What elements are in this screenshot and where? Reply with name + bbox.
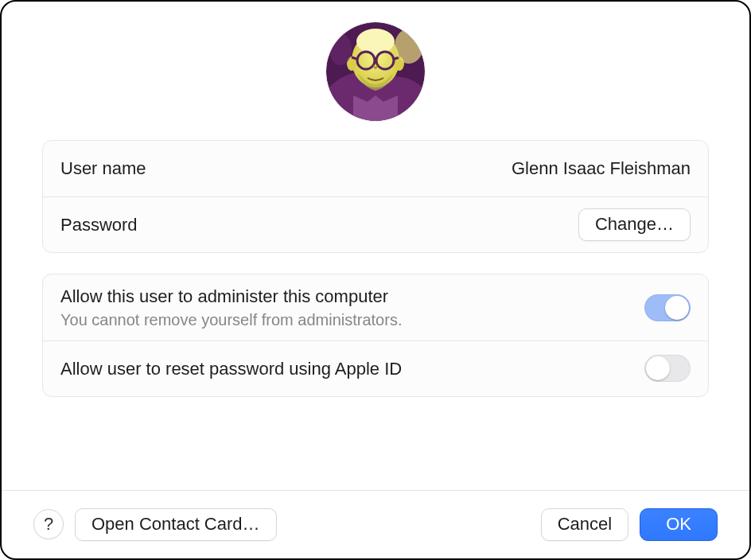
dialog-content: User name Glenn Isaac Fleishman Password… <box>2 2 749 490</box>
admin-permission-toggle[interactable] <box>644 294 691 321</box>
toggle-knob <box>646 356 670 380</box>
toggle-knob <box>665 296 689 320</box>
admin-permission-row: Allow this user to administer this compu… <box>43 274 708 340</box>
open-contact-card-button[interactable]: Open Contact Card… <box>75 508 277 541</box>
permissions-group: Allow this user to administer this compu… <box>42 274 709 397</box>
help-button[interactable]: ? <box>33 509 64 539</box>
user-name-value: Glenn Isaac Fleishman <box>512 158 691 179</box>
change-password-button[interactable]: Change… <box>578 208 691 241</box>
help-icon: ? <box>44 514 53 535</box>
password-row: Password Change… <box>43 196 708 252</box>
user-name-label: User name <box>60 158 146 180</box>
user-settings-dialog: User name Glenn Isaac Fleishman Password… <box>0 0 751 560</box>
reset-password-label: Allow user to reset password using Apple… <box>60 358 402 380</box>
reset-password-row: Allow user to reset password using Apple… <box>43 340 708 396</box>
ok-button[interactable]: OK <box>640 508 718 541</box>
svg-point-3 <box>356 29 395 54</box>
dialog-footer: ? Open Contact Card… Cancel OK <box>2 490 749 558</box>
password-label: Password <box>60 214 138 236</box>
svg-line-9 <box>352 57 356 59</box>
admin-permission-subtext: You cannot remove yourself from administ… <box>60 311 402 329</box>
svg-point-12 <box>329 33 352 65</box>
svg-point-11 <box>395 29 423 64</box>
reset-password-toggle[interactable] <box>644 355 691 382</box>
user-avatar[interactable] <box>326 22 425 121</box>
cancel-button[interactable]: Cancel <box>541 508 628 541</box>
admin-permission-labels: Allow this user to administer this compu… <box>60 286 402 329</box>
user-name-row: User name Glenn Isaac Fleishman <box>43 141 708 196</box>
admin-permission-label: Allow this user to administer this compu… <box>60 286 402 308</box>
user-info-group: User name Glenn Isaac Fleishman Password… <box>42 140 709 253</box>
